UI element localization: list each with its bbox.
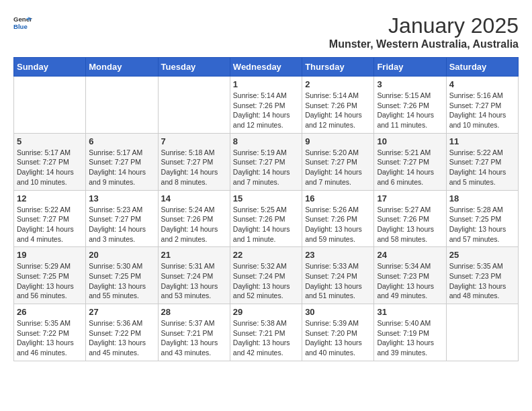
header-day-tuesday: Tuesday: [158, 58, 230, 77]
day-number: 1: [233, 79, 299, 89]
day-number: 4: [449, 79, 515, 89]
day-info: Sunrise: 5:33 AM Sunset: 7:24 PM Dayligh…: [305, 261, 371, 301]
header-day-monday: Monday: [86, 58, 158, 77]
day-number: 17: [377, 193, 443, 203]
day-info: Sunrise: 5:14 AM Sunset: 7:26 PM Dayligh…: [233, 91, 299, 130]
header-day-wednesday: Wednesday: [230, 58, 302, 77]
day-info: Sunrise: 5:37 AM Sunset: 7:21 PM Dayligh…: [161, 318, 227, 358]
day-info: Sunrise: 5:40 AM Sunset: 7:19 PM Dayligh…: [377, 318, 443, 358]
calendar-cell: 17Sunrise: 5:27 AM Sunset: 7:26 PM Dayli…: [374, 190, 446, 247]
day-number: 2: [305, 79, 371, 89]
page-subtitle: Munster, Western Australia, Australia: [329, 38, 519, 50]
calendar-week-row: 5Sunrise: 5:17 AM Sunset: 7:27 PM Daylig…: [14, 133, 519, 190]
day-info: Sunrise: 5:32 AM Sunset: 7:24 PM Dayligh…: [233, 261, 299, 301]
calendar-cell: 4Sunrise: 5:16 AM Sunset: 7:27 PM Daylig…: [446, 77, 518, 134]
calendar-cell: 30Sunrise: 5:39 AM Sunset: 7:20 PM Dayli…: [302, 304, 374, 361]
calendar-cell: 23Sunrise: 5:33 AM Sunset: 7:24 PM Dayli…: [302, 247, 374, 304]
day-number: 10: [377, 136, 443, 146]
calendar-week-row: 26Sunrise: 5:35 AM Sunset: 7:22 PM Dayli…: [14, 304, 519, 361]
calendar-cell: 19Sunrise: 5:29 AM Sunset: 7:25 PM Dayli…: [14, 247, 86, 304]
calendar-cell: 26Sunrise: 5:35 AM Sunset: 7:22 PM Dayli…: [14, 304, 86, 361]
day-info: Sunrise: 5:22 AM Sunset: 7:27 PM Dayligh…: [449, 148, 515, 187]
day-number: 3: [377, 79, 443, 89]
calendar-cell: 1Sunrise: 5:14 AM Sunset: 7:26 PM Daylig…: [230, 77, 302, 134]
day-info: Sunrise: 5:22 AM Sunset: 7:27 PM Dayligh…: [17, 205, 83, 244]
day-info: Sunrise: 5:24 AM Sunset: 7:26 PM Dayligh…: [161, 205, 227, 244]
calendar-cell: 27Sunrise: 5:36 AM Sunset: 7:22 PM Dayli…: [86, 304, 158, 361]
calendar-cell: 2Sunrise: 5:14 AM Sunset: 7:26 PM Daylig…: [302, 77, 374, 134]
header-day-thursday: Thursday: [302, 58, 374, 77]
day-info: Sunrise: 5:39 AM Sunset: 7:20 PM Dayligh…: [305, 318, 371, 358]
day-number: 30: [305, 307, 371, 317]
calendar-cell: 6Sunrise: 5:17 AM Sunset: 7:27 PM Daylig…: [86, 133, 158, 190]
day-number: 7: [161, 136, 227, 146]
calendar-cell: 5Sunrise: 5:17 AM Sunset: 7:27 PM Daylig…: [14, 133, 86, 190]
day-info: Sunrise: 5:21 AM Sunset: 7:27 PM Dayligh…: [377, 148, 443, 187]
day-info: Sunrise: 5:29 AM Sunset: 7:25 PM Dayligh…: [17, 261, 83, 301]
day-number: 14: [161, 193, 227, 203]
day-number: 23: [305, 250, 371, 260]
day-info: Sunrise: 5:26 AM Sunset: 7:26 PM Dayligh…: [305, 205, 371, 244]
day-info: Sunrise: 5:27 AM Sunset: 7:26 PM Dayligh…: [377, 205, 443, 244]
day-number: 31: [377, 307, 443, 317]
day-number: 16: [305, 193, 371, 203]
day-info: Sunrise: 5:35 AM Sunset: 7:23 PM Dayligh…: [449, 261, 515, 301]
day-info: Sunrise: 5:31 AM Sunset: 7:24 PM Dayligh…: [161, 261, 227, 301]
calendar-cell: 18Sunrise: 5:28 AM Sunset: 7:25 PM Dayli…: [446, 190, 518, 247]
calendar-week-row: 19Sunrise: 5:29 AM Sunset: 7:25 PM Dayli…: [14, 247, 519, 304]
title-block: January 2025 Munster, Western Australia,…: [329, 13, 519, 50]
day-info: Sunrise: 5:16 AM Sunset: 7:27 PM Dayligh…: [449, 91, 515, 130]
day-number: 18: [449, 193, 515, 203]
day-info: Sunrise: 5:20 AM Sunset: 7:27 PM Dayligh…: [305, 148, 371, 187]
day-info: Sunrise: 5:28 AM Sunset: 7:25 PM Dayligh…: [449, 205, 515, 244]
calendar-table: SundayMondayTuesdayWednesdayThursdayFrid…: [13, 57, 519, 361]
calendar-cell: 16Sunrise: 5:26 AM Sunset: 7:26 PM Dayli…: [302, 190, 374, 247]
logo: General Blue: [13, 13, 32, 32]
calendar-header-row: SundayMondayTuesdayWednesdayThursdayFrid…: [14, 58, 519, 77]
calendar-cell: 24Sunrise: 5:34 AM Sunset: 7:23 PM Dayli…: [374, 247, 446, 304]
calendar-cell: 11Sunrise: 5:22 AM Sunset: 7:27 PM Dayli…: [446, 133, 518, 190]
day-number: 27: [89, 307, 154, 317]
calendar-cell: 12Sunrise: 5:22 AM Sunset: 7:27 PM Dayli…: [14, 190, 86, 247]
calendar-cell: [14, 77, 86, 134]
day-info: Sunrise: 5:17 AM Sunset: 7:27 PM Dayligh…: [89, 148, 154, 187]
header-day-sunday: Sunday: [14, 58, 86, 77]
day-number: 26: [17, 307, 83, 317]
day-number: 9: [305, 136, 371, 146]
day-number: 24: [377, 250, 443, 260]
calendar-cell: [86, 77, 158, 134]
svg-text:Blue: Blue: [13, 23, 28, 30]
header-day-friday: Friday: [374, 58, 446, 77]
calendar-cell: 22Sunrise: 5:32 AM Sunset: 7:24 PM Dayli…: [230, 247, 302, 304]
day-number: 25: [449, 250, 515, 260]
calendar-cell: 13Sunrise: 5:23 AM Sunset: 7:27 PM Dayli…: [86, 190, 158, 247]
calendar-cell: [158, 77, 230, 134]
day-number: 22: [233, 250, 299, 260]
calendar-cell: 29Sunrise: 5:38 AM Sunset: 7:21 PM Dayli…: [230, 304, 302, 361]
calendar-cell: 8Sunrise: 5:19 AM Sunset: 7:27 PM Daylig…: [230, 133, 302, 190]
day-number: 8: [233, 136, 299, 146]
page-header: General Blue January 2025 Munster, Weste…: [13, 13, 519, 50]
day-info: Sunrise: 5:34 AM Sunset: 7:23 PM Dayligh…: [377, 261, 443, 301]
calendar-cell: 31Sunrise: 5:40 AM Sunset: 7:19 PM Dayli…: [374, 304, 446, 361]
day-number: 19: [17, 250, 83, 260]
calendar-cell: 9Sunrise: 5:20 AM Sunset: 7:27 PM Daylig…: [302, 133, 374, 190]
day-info: Sunrise: 5:23 AM Sunset: 7:27 PM Dayligh…: [89, 205, 154, 244]
day-number: 20: [89, 250, 154, 260]
day-info: Sunrise: 5:35 AM Sunset: 7:22 PM Dayligh…: [17, 318, 83, 358]
calendar-cell: 20Sunrise: 5:30 AM Sunset: 7:25 PM Dayli…: [86, 247, 158, 304]
calendar-cell: 21Sunrise: 5:31 AM Sunset: 7:24 PM Dayli…: [158, 247, 230, 304]
day-number: 13: [89, 193, 154, 203]
calendar-cell: 14Sunrise: 5:24 AM Sunset: 7:26 PM Dayli…: [158, 190, 230, 247]
calendar-cell: 10Sunrise: 5:21 AM Sunset: 7:27 PM Dayli…: [374, 133, 446, 190]
day-info: Sunrise: 5:30 AM Sunset: 7:25 PM Dayligh…: [89, 261, 154, 301]
day-info: Sunrise: 5:17 AM Sunset: 7:27 PM Dayligh…: [17, 148, 83, 187]
calendar-cell: 15Sunrise: 5:25 AM Sunset: 7:26 PM Dayli…: [230, 190, 302, 247]
calendar-cell: 7Sunrise: 5:18 AM Sunset: 7:27 PM Daylig…: [158, 133, 230, 190]
day-number: 21: [161, 250, 227, 260]
calendar-cell: 25Sunrise: 5:35 AM Sunset: 7:23 PM Dayli…: [446, 247, 518, 304]
calendar-cell: 28Sunrise: 5:37 AM Sunset: 7:21 PM Dayli…: [158, 304, 230, 361]
day-number: 6: [89, 136, 154, 146]
day-number: 5: [17, 136, 83, 146]
svg-text:General: General: [13, 15, 32, 23]
